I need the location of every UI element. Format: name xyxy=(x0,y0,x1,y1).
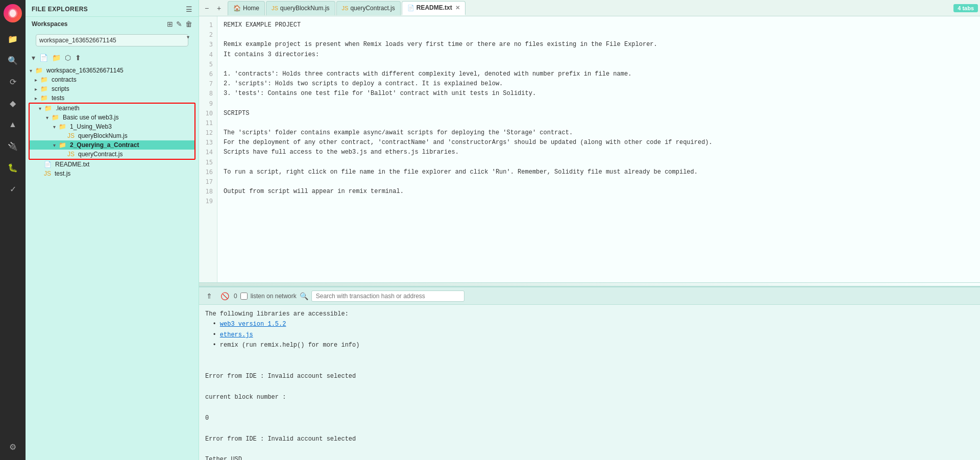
editor-content[interactable]: REMIX EXAMPLE PROJECT Remix example proj… xyxy=(217,16,980,282)
line-num-15: 15 xyxy=(199,158,217,167)
tree-item-readme[interactable]: 📄 README.txt xyxy=(26,160,199,169)
terminal-line-blocknum-label: current block number : xyxy=(205,392,974,402)
zoom-out-btn[interactable]: − xyxy=(201,3,212,14)
upload-icon[interactable]: ⬆ xyxy=(75,54,81,62)
file-toolbar: ▾ 📄 📁 ⬡ ⬆ xyxy=(26,52,199,64)
tree-item-tests[interactable]: ▸ 📁 tests xyxy=(26,93,199,103)
tab-readme-icon: 📄 xyxy=(407,5,414,11)
sidebar-file-explorer-btn[interactable]: 📁 xyxy=(4,30,22,48)
terminal-line-web3: • web3 version 1.5.2 xyxy=(205,319,974,329)
terminal-clear-btn[interactable]: 🚫 xyxy=(218,290,231,302)
sidebar-git-btn[interactable]: ⟳ xyxy=(4,72,22,91)
tree-item-scripts[interactable]: ▸ 📁 scripts xyxy=(26,84,199,93)
terminal-blank-4 xyxy=(205,403,974,413)
tab-home[interactable]: 🏠 Home xyxy=(228,1,265,15)
line-num-14: 14 xyxy=(199,148,217,157)
terminal-line-error1: Error from IDE : Invalid account selecte… xyxy=(205,371,974,381)
zoom-in-btn[interactable]: + xyxy=(213,3,225,14)
red-outline-box: ▾ 📁 .learneth ▾ 📁 Basic use of web3.js ▾… xyxy=(29,103,195,160)
tab-querycontract[interactable]: JS queryContract.js xyxy=(336,1,401,15)
sidebar-debug-btn[interactable]: 🐛 xyxy=(4,158,22,177)
logo-icon xyxy=(7,8,18,19)
line-num-3: 3 xyxy=(199,40,217,50)
tab-home-label: Home xyxy=(243,5,259,12)
tree-label-basicweb3: Basic use of web3.js xyxy=(63,114,118,121)
app-logo xyxy=(4,4,22,22)
icon-folder-using-web3: 📁 xyxy=(59,123,66,130)
icon-folder-querying-contract: 📁 xyxy=(59,141,66,149)
tree-label-querying-contract: 2_Querying_a_Contract xyxy=(70,141,139,149)
terminal-search-input[interactable] xyxy=(311,290,464,302)
tree-label-readme: README.txt xyxy=(55,161,89,168)
workspace-selector[interactable]: workspace_1636526671145 xyxy=(36,34,188,46)
tab-readme-label: README.txt xyxy=(416,4,452,11)
terminal-line-error2: Error from IDE : Invalid account selecte… xyxy=(205,434,974,444)
tabs-count-badge: 4 tabs xyxy=(953,4,978,12)
new-file-icon[interactable]: 📄 xyxy=(39,54,48,62)
file-tree: ▾ 📁 workspace_1636526671145 ▸ 📁 contract… xyxy=(26,64,199,460)
arrow-querying-contract: ▾ xyxy=(53,142,56,148)
terminal-search-icon: 🔍 xyxy=(300,292,308,300)
tree-expand-icon[interactable]: ▾ xyxy=(32,54,35,62)
line-num-6: 6 xyxy=(199,69,217,79)
file-explorer-menu-icon[interactable]: ☰ xyxy=(186,5,192,13)
icon-folder-learneth: 📁 xyxy=(44,105,52,112)
icon-folder-scripts: 📁 xyxy=(40,85,48,92)
line-num-2: 2 xyxy=(199,30,217,40)
tree-label-testjs: test.js xyxy=(55,170,70,177)
tab-querycontract-label: queryContract.js xyxy=(350,5,395,12)
sidebar-plugin-btn[interactable]: 🔌 xyxy=(4,137,22,155)
tree-item-querycontract[interactable]: JS queryContract.js xyxy=(30,150,194,159)
terminal-toolbar: ⇑ 🚫 0 listen on network 🔍 xyxy=(199,287,980,305)
tree-item-queryblocknum[interactable]: JS queryBlockNum.js xyxy=(30,131,194,140)
sidebar: 📁 🔍 ⟳ ◆ ▲ 🔌 🐛 ✓ ⚙ xyxy=(0,0,26,460)
tree-label-tests: tests xyxy=(52,94,64,102)
tree-item-testjs[interactable]: JS test.js xyxy=(26,169,199,178)
terminal-line-blocknum-value: 0 xyxy=(205,413,974,423)
terminal-line-remix: • remix (run remix.help() for more info) xyxy=(205,340,974,350)
arrow-using-web3: ▾ xyxy=(53,124,56,130)
tree-label-contracts: contracts xyxy=(52,76,77,83)
tree-label-querycontract: queryContract.js xyxy=(78,151,122,158)
line-num-1: 1 xyxy=(199,20,217,30)
tree-item-learneth[interactable]: ▾ 📁 .learneth xyxy=(30,104,194,113)
workspace-edit-icon[interactable]: ✎ xyxy=(176,20,182,28)
line-num-13: 13 xyxy=(199,138,217,148)
terminal-line-libraries: The following libraries are accessible: xyxy=(205,309,974,319)
icon-file-testjs: JS xyxy=(44,170,51,177)
icon-folder-root: 📁 xyxy=(35,67,43,74)
tree-item-querying-contract[interactable]: ▾ 📁 2_Querying_a_Contract xyxy=(30,140,194,150)
line-num-9: 9 xyxy=(199,99,217,109)
tab-home-icon: 🏠 xyxy=(233,5,241,12)
workspace-delete-icon[interactable]: 🗑 xyxy=(185,20,192,28)
ethers-link[interactable]: ethers.js xyxy=(220,331,253,338)
editor-terminal-resizer[interactable] xyxy=(199,282,980,286)
github-icon[interactable]: ⬡ xyxy=(65,54,71,62)
icon-file-readme: 📄 xyxy=(44,161,52,168)
icon-folder-tests: 📁 xyxy=(40,94,48,102)
terminal-blank-5 xyxy=(205,423,974,433)
sidebar-compile-btn[interactable]: ◆ xyxy=(4,94,22,112)
tree-item-basicweb3[interactable]: ▾ 📁 Basic use of web3.js xyxy=(30,113,194,122)
tree-item-contracts[interactable]: ▸ 📁 contracts xyxy=(26,75,199,84)
arrow-basicweb3: ▾ xyxy=(46,115,48,120)
tab-queryblocknum-icon: JS xyxy=(272,5,278,11)
web3-link[interactable]: web3 version 1.5.2 xyxy=(220,321,286,328)
arrow-scripts: ▸ xyxy=(35,86,37,92)
terminal-expand-btn[interactable]: ⇑ xyxy=(203,290,215,302)
workspace-add-icon[interactable]: ⊞ xyxy=(167,20,173,28)
sidebar-search-btn[interactable]: 🔍 xyxy=(4,51,22,69)
tab-queryblocknum[interactable]: JS queryBlockNum.js xyxy=(266,1,335,15)
terminal-blank-3 xyxy=(205,382,974,392)
line-num-10: 10 xyxy=(199,109,217,118)
sidebar-test-btn[interactable]: ✓ xyxy=(4,180,22,198)
tab-readme[interactable]: 📄 README.txt ✕ xyxy=(402,1,465,15)
tree-item-using-web3[interactable]: ▾ 📁 1_Using_Web3 xyxy=(30,122,194,131)
tab-readme-close[interactable]: ✕ xyxy=(455,5,460,11)
tree-item-root[interactable]: ▾ 📁 workspace_1636526671145 xyxy=(26,66,199,75)
sidebar-deploy-btn[interactable]: ▲ xyxy=(4,115,22,134)
arrow-tests: ▸ xyxy=(35,95,37,101)
sidebar-settings-btn[interactable]: ⚙ xyxy=(4,438,22,456)
listen-network-checkbox[interactable] xyxy=(240,293,248,300)
new-folder-icon[interactable]: 📁 xyxy=(52,54,61,62)
